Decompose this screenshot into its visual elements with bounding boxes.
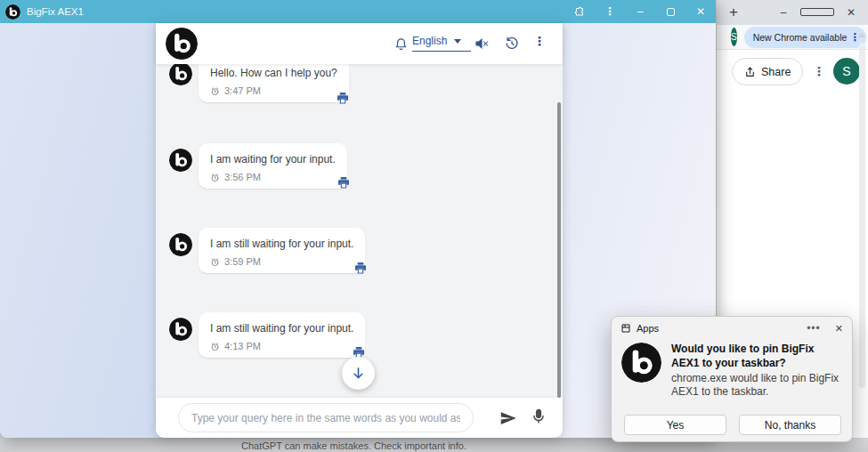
message-time: 3:56 PM — [210, 172, 336, 182]
message-time: 3:59 PM — [210, 256, 353, 267]
chat-panel: English ⋮ — [156, 23, 563, 438]
new-chrome-label: New Chrome available — [753, 32, 848, 43]
page-menu-dots-icon[interactable]: ⋮ — [809, 61, 829, 81]
message-text: I am still waiting for your input. — [210, 238, 353, 250]
popup-header: Apps ••• ✕ — [612, 317, 852, 340]
browser-close-button[interactable]: ✕ — [834, 6, 868, 19]
apps-window-icon — [621, 323, 631, 334]
message-time: 3:47 PM — [210, 85, 337, 96]
message-time-label: 3:56 PM — [224, 172, 261, 182]
browser-scrollbar-up-arrow[interactable] — [858, 32, 865, 37]
print-message-button[interactable] — [336, 91, 350, 105]
message-time: 4:13 PM — [210, 341, 353, 351]
browser-scrollbar[interactable] — [859, 43, 865, 388]
share-button[interactable]: Share — [732, 58, 803, 85]
bot-message: I am still waiting for your input. 3:59 … — [169, 228, 365, 273]
profile-avatar-large[interactable]: S — [833, 58, 860, 85]
popup-app-name: Apps — [637, 323, 659, 334]
app-window-title: BigFix AEX1 — [27, 6, 84, 17]
bot-avatar-icon — [169, 149, 192, 172]
profile-avatar-small[interactable]: S — [731, 28, 737, 46]
yes-button[interactable]: Yes — [624, 415, 726, 435]
share-label: Share — [761, 66, 791, 78]
print-message-button[interactable] — [337, 175, 351, 190]
app-menu-dots-icon[interactable]: ⋮ — [595, 5, 625, 18]
restore-icon — [800, 8, 834, 16]
browser-minimize-button[interactable]: – — [767, 6, 800, 19]
chat-scrollbar[interactable] — [557, 102, 561, 398]
send-button[interactable] — [499, 408, 518, 428]
app-maximize-button[interactable] — [655, 8, 685, 16]
message-time-label: 3:59 PM — [224, 256, 261, 267]
clock-icon — [210, 173, 220, 182]
maximize-icon — [667, 8, 675, 16]
popup-close-icon[interactable]: ✕ — [835, 323, 843, 335]
bot-avatar-icon — [169, 233, 192, 256]
chat-menu-dots-icon[interactable]: ⋮ — [533, 34, 546, 49]
popup-title: Would you like to pin BigFix AEX1 to you… — [671, 343, 844, 371]
browser-toolbar: S New Chrome available ⋮ — [717, 25, 868, 50]
clock-icon — [210, 257, 220, 267]
history-icon[interactable] — [503, 35, 521, 52]
mute-speaker-icon[interactable] — [473, 35, 491, 52]
app-titlebar-logo-icon — [5, 4, 20, 20]
clock-icon — [210, 342, 220, 351]
browser-window-controls: – ✕ — [767, 0, 868, 25]
popup-buttons: Yes No, thanks — [624, 415, 841, 435]
popup-message: chrome.exe would like to pin BigFix AEX1… — [671, 372, 844, 400]
language-selector[interactable]: English — [412, 35, 471, 52]
app-window-controls: ⋮ – ✕ — [564, 0, 716, 23]
clock-icon — [210, 86, 220, 96]
browser-tab-strip: + – ✕ — [717, 0, 868, 25]
bot-message: I am still waiting for your input. 4:13 … — [169, 312, 365, 358]
scroll-to-bottom-button[interactable] — [342, 357, 375, 390]
message-time-label: 4:13 PM — [224, 341, 261, 351]
print-message-button[interactable] — [353, 261, 368, 275]
new-chrome-available-button[interactable]: New Chrome available ⋮ — [744, 27, 867, 48]
bot-message: I am waiting for your input. 3:56 PM — [169, 143, 347, 189]
message-text: I am waiting for your input. — [210, 153, 336, 165]
message-bubble: I am still waiting for your input. 4:13 … — [199, 312, 365, 358]
query-input[interactable] — [178, 403, 474, 432]
app-close-button[interactable]: ✕ — [685, 5, 716, 18]
message-bubble: Hello. How can I help you? 3:47 PM — [199, 64, 349, 102]
app-minimize-button[interactable]: – — [625, 5, 655, 18]
chevron-down-icon — [454, 39, 461, 44]
new-tab-button[interactable]: + — [724, 3, 743, 22]
chat-header: English ⋮ — [156, 23, 563, 64]
screen: ChatGPT can make mistakes. Check importa… — [0, 0, 868, 452]
message-text: Hello. How can I help you? — [210, 67, 337, 79]
chat-messages-area: Hello. How can I help you? 3:47 PM I am … — [156, 64, 563, 398]
message-bubble: I am waiting for your input. 3:56 PM — [199, 143, 347, 189]
message-time-label: 3:47 PM — [224, 85, 261, 96]
bot-message: Hello. How can I help you? 3:47 PM — [169, 64, 349, 102]
microphone-button[interactable] — [530, 408, 549, 427]
chat-logo-icon — [166, 28, 198, 60]
share-icon — [744, 66, 756, 78]
language-label: English — [412, 35, 447, 47]
popup-more-icon[interactable]: ••• — [807, 322, 821, 335]
arrow-down-icon — [351, 366, 366, 381]
notifications-bell-icon[interactable] — [392, 35, 410, 52]
chatgpt-disclaimer: ChatGPT can make mistakes. Check importa… — [0, 440, 708, 451]
popup-body: Would you like to pin BigFix AEX1 to you… — [621, 343, 844, 400]
bot-avatar-icon — [169, 318, 192, 341]
popup-app-logo-icon — [621, 343, 661, 383]
no-thanks-button[interactable]: No, thanks — [739, 415, 841, 435]
chat-input-bar — [156, 398, 563, 438]
message-text: I am still waiting for your input. — [210, 322, 353, 335]
app-titlebar: BigFix AEX1 ⋮ – ✕ — [0, 0, 716, 23]
bot-avatar-icon — [169, 64, 192, 85]
message-bubble: I am still waiting for your input. 3:59 … — [199, 228, 365, 273]
browser-restore-button[interactable] — [800, 6, 834, 19]
extensions-icon[interactable] — [564, 5, 595, 18]
pin-notification-popup: Apps ••• ✕ Would you like to pin BigFix … — [611, 316, 853, 442]
bigfix-app-window: BigFix AEX1 ⋮ – ✕ — [0, 0, 716, 438]
